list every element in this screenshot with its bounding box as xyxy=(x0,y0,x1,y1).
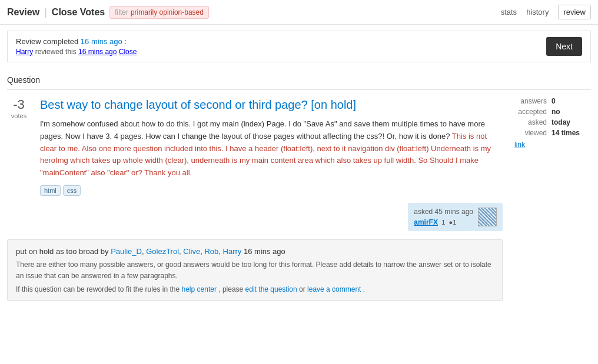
stats-row-answers: answers 0 xyxy=(514,97,591,105)
reviewed-text: reviewed this xyxy=(35,48,78,56)
stats-row-viewed: viewed 14 times xyxy=(514,129,591,137)
question-left: -3 votes Best way to change layout of se… xyxy=(7,97,503,301)
user-name-link[interactable]: amirFX xyxy=(414,218,438,226)
review-nav-link[interactable]: review xyxy=(558,5,591,19)
user-card: asked 45 mins ago amirFX 1 ●1 xyxy=(408,203,503,231)
vote-count: -3 votes xyxy=(7,97,31,119)
avatar xyxy=(478,208,497,226)
next-button[interactable]: Next xyxy=(546,37,582,56)
filter-label: filter xyxy=(115,8,128,16)
stats-link[interactable]: stats xyxy=(501,8,517,16)
footer-middle: , please xyxy=(218,285,243,293)
question-outer: -3 votes Best way to change layout of se… xyxy=(7,97,591,301)
tags-container: html css xyxy=(40,185,503,196)
hold-footer: If this question can be reworded to fit … xyxy=(16,285,494,293)
body-part1: I'm somehow confused about how to do thi… xyxy=(40,119,485,141)
banner-main-text: Review completed 16 mins ago : xyxy=(16,37,137,46)
user-rep: 1 ●1 xyxy=(440,219,456,226)
tag-html[interactable]: html xyxy=(40,185,61,196)
filter-badge[interactable]: filter primarily opinion-based xyxy=(109,6,209,19)
question-body: Best way to change layout of second or t… xyxy=(40,97,503,231)
accepted-label: accepted xyxy=(514,108,547,116)
question-title[interactable]: Best way to change layout of second or t… xyxy=(40,97,503,112)
vote-label: votes xyxy=(11,112,26,119)
banner-time-link[interactable]: 16 mins ago xyxy=(81,37,122,46)
answers-label: answers xyxy=(514,97,547,105)
asked-label: asked xyxy=(514,118,547,126)
stats-row-asked: asked today xyxy=(514,118,591,126)
section-title: Question xyxy=(7,68,591,90)
hold-user-2[interactable]: GolezTrol xyxy=(146,247,179,256)
hold-desc: There are either too many possible answe… xyxy=(16,259,494,282)
edit-question-link[interactable]: edit the question xyxy=(245,285,297,293)
action-link[interactable]: Close xyxy=(119,48,137,56)
banner-colon: : xyxy=(124,37,127,46)
nav-divider: | xyxy=(44,6,47,18)
hold-user-5[interactable]: Harry xyxy=(223,247,242,256)
review-banner: Review completed 16 mins ago : Harry rev… xyxy=(7,31,591,62)
question-container: -3 votes Best way to change layout of se… xyxy=(7,97,503,231)
close-votes-label[interactable]: Close Votes xyxy=(52,7,105,18)
reviewer-link[interactable]: Harry xyxy=(16,48,33,56)
question-meta: asked 45 mins ago amirFX 1 ●1 xyxy=(40,203,503,231)
filter-value: primarily opinion-based xyxy=(131,8,204,16)
footer-suffix: . xyxy=(363,285,365,293)
question-right: answers 0 accepted no asked today viewed… xyxy=(514,97,591,301)
user-details: amirFX 1 ●1 xyxy=(414,218,473,226)
banner-info: Review completed 16 mins ago : Harry rev… xyxy=(16,37,137,56)
hold-user-3[interactable]: Clive xyxy=(183,247,200,256)
leave-comment-link[interactable]: leave a comment xyxy=(307,285,361,293)
link-link[interactable]: link xyxy=(514,141,591,149)
hold-prefix: put on hold as too broad by xyxy=(16,247,109,256)
hold-box: put on hold as too broad by Paulie_D, Go… xyxy=(7,239,503,301)
completed-text: Review completed xyxy=(16,37,78,46)
tag-css[interactable]: css xyxy=(63,185,81,196)
hold-title: put on hold as too broad by Paulie_D, Go… xyxy=(16,247,494,256)
asked-time: asked 45 mins ago xyxy=(414,208,473,216)
footer-or: or xyxy=(299,285,305,293)
main-content: Question -3 votes Best way to change lay… xyxy=(0,68,598,301)
viewed-val: 14 times xyxy=(552,129,580,137)
vote-number: -3 xyxy=(13,97,25,112)
nav-right: stats history review xyxy=(501,5,591,19)
question-text: I'm somehow confused about how to do thi… xyxy=(40,118,503,179)
stats-table: answers 0 accepted no asked today viewed… xyxy=(514,97,591,149)
asked-val: today xyxy=(552,118,570,126)
accepted-val: no xyxy=(552,108,560,116)
hold-time: 16 mins ago xyxy=(244,247,285,256)
help-center-link[interactable]: help center xyxy=(182,285,217,293)
viewed-label: viewed xyxy=(514,129,547,137)
footer-prefix: If this question can be reworded to fit … xyxy=(16,285,180,293)
hold-user-4[interactable]: Rob xyxy=(204,247,218,256)
banner-subtext: Harry reviewed this 16 mins ago Close xyxy=(16,48,137,56)
reviewed-time-link[interactable]: 16 mins ago xyxy=(78,48,117,56)
review-label[interactable]: Review xyxy=(7,7,39,18)
top-navigation: Review | Close Votes filter primarily op… xyxy=(0,0,598,25)
user-info: asked 45 mins ago amirFX 1 ●1 xyxy=(414,208,473,226)
stats-row-accepted: accepted no xyxy=(514,108,591,116)
history-link[interactable]: history xyxy=(526,8,549,16)
hold-user-1[interactable]: Paulie_D xyxy=(111,247,142,256)
answers-val: 0 xyxy=(552,97,556,105)
